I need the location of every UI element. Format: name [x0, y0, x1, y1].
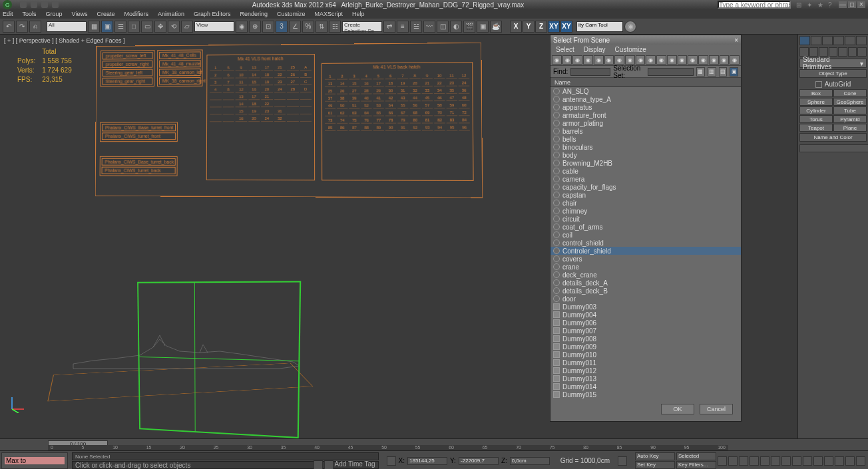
primitive-torus[interactable]: Torus	[799, 115, 833, 123]
help-search[interactable]	[718, 1, 791, 9]
modify-tab-icon[interactable]	[811, 36, 821, 45]
list-item[interactable]: covers	[550, 255, 741, 263]
qat-icon[interactable]	[20, 1, 27, 8]
timeline[interactable]: 0 / 100 05101520253035404550556065707580…	[0, 438, 868, 450]
render-frame-icon[interactable]: ▣	[477, 21, 489, 33]
setkey-button[interactable]: Set Key	[635, 461, 675, 469]
nav-icon[interactable]	[845, 456, 855, 466]
list-item[interactable]: apparatus	[550, 103, 741, 111]
menu-modifiers[interactable]: Modifiers	[124, 11, 148, 17]
window-crossing-icon[interactable]: ▭	[141, 21, 153, 33]
primitive-teapot[interactable]: Teapot	[799, 124, 833, 132]
menu-create[interactable]: Create	[97, 11, 114, 17]
list-item[interactable]: details_deck_B	[550, 287, 741, 295]
list-item[interactable]: crane	[550, 263, 741, 271]
select-icon[interactable]: ▣	[101, 21, 113, 33]
list-item[interactable]: binoculars	[550, 143, 741, 151]
scene-object-list[interactable]: AN_SLQantenna_type_Aapparatusarmature_fr…	[550, 87, 741, 400]
material-icon[interactable]: ◐	[450, 21, 462, 33]
menu-group[interactable]: Group	[46, 11, 63, 17]
axis-z[interactable]: Z	[535, 21, 547, 33]
list-item[interactable]: Dummy006	[550, 319, 741, 327]
list-item[interactable]: Controler_shield	[550, 247, 741, 255]
utilities-tab-icon[interactable]	[856, 36, 867, 45]
nav-icon[interactable]	[835, 456, 844, 466]
mirror-icon[interactable]: ⇄	[383, 21, 395, 33]
ok-button[interactable]: OK	[661, 404, 694, 414]
primitive-geosphere[interactable]: GeoSphere	[833, 98, 867, 106]
list-item[interactable]: capacity_for_flags	[550, 183, 741, 191]
nav-icon[interactable]	[813, 456, 823, 466]
percent-snap-icon[interactable]: %	[302, 21, 314, 33]
camera-dropdown[interactable]: ity Cam Tool	[576, 21, 623, 32]
axis-xy[interactable]: XY	[548, 21, 560, 33]
cancel-button[interactable]: Cancel	[700, 404, 733, 414]
goto-start-icon[interactable]	[718, 456, 727, 466]
select-name-icon[interactable]: ☰	[114, 21, 126, 33]
list-item[interactable]: Dummy003	[550, 303, 741, 311]
render-setup-icon[interactable]: 🎬	[463, 21, 475, 33]
list-item[interactable]: Dummy011	[550, 359, 741, 367]
filter-icon[interactable]: ◉	[604, 55, 614, 65]
nav-icon[interactable]	[856, 456, 865, 466]
dlg-menu-display[interactable]: Display	[584, 46, 606, 53]
nav-icon[interactable]	[781, 456, 791, 466]
key-icon[interactable]	[618, 456, 627, 466]
tool-icon[interactable]: ▤	[719, 67, 728, 77]
undo-icon[interactable]: ↶	[3, 21, 15, 33]
nav-icon[interactable]	[803, 456, 812, 466]
filter-icon[interactable]: ◉	[678, 55, 688, 65]
list-item[interactable]: Browning_M2HB	[550, 159, 741, 167]
create-tab-icon[interactable]	[799, 36, 810, 45]
menu-help[interactable]: Help	[352, 11, 365, 17]
list-item[interactable]: Dummy009	[550, 343, 741, 351]
menu-animation[interactable]: Animation	[158, 11, 184, 17]
display-tab-icon[interactable]	[845, 36, 855, 45]
object-name-input[interactable]	[799, 144, 868, 152]
qat-icon[interactable]	[31, 1, 37, 8]
link-icon[interactable]: ⎌	[29, 21, 41, 33]
autokey-button[interactable]: Auto Key	[635, 452, 675, 460]
menu-tools[interactable]: Tools	[23, 11, 37, 17]
filter-icon[interactable]: ◉	[646, 55, 656, 65]
icon[interactable]: ★	[817, 1, 824, 8]
keymode-dropdown[interactable]: Selected	[676, 452, 716, 460]
list-item[interactable]: armor_plating	[550, 119, 741, 127]
filter-icon[interactable]: ◉	[667, 55, 677, 65]
list-item[interactable]: AN_SLQ	[550, 87, 741, 95]
align-icon[interactable]: ≡	[397, 21, 409, 33]
cameras-icon[interactable]	[829, 47, 838, 57]
motion-tab-icon[interactable]	[833, 36, 844, 45]
list-item[interactable]: deck_crane	[550, 271, 741, 279]
shapes-icon[interactable]	[809, 47, 819, 57]
systems-icon[interactable]	[857, 47, 867, 57]
filter-icon[interactable]: ◉	[562, 55, 572, 65]
menu-rendering[interactable]: Rendering	[240, 11, 268, 17]
list-item[interactable]: Dummy015	[550, 391, 741, 398]
filter-icon[interactable]: ◉	[552, 55, 562, 65]
nav-icon[interactable]	[792, 456, 801, 466]
column-header[interactable]: Name	[550, 78, 741, 87]
named-sel-icon[interactable]: ☷	[329, 21, 341, 33]
next-frame-icon[interactable]	[750, 456, 759, 466]
layer-icon[interactable]: ☱	[410, 21, 422, 33]
icon[interactable]: ⊞	[796, 1, 803, 8]
filter-dropdown[interactable]: All	[47, 21, 87, 32]
filter-icon[interactable]: ◉	[636, 55, 646, 65]
list-item[interactable]: door	[550, 295, 741, 303]
list-item[interactable]: chimney	[550, 207, 741, 215]
filter-icon[interactable]: ◉	[656, 55, 666, 65]
filter-icon[interactable]: ◉	[625, 55, 635, 65]
qat-icon[interactable]	[41, 1, 48, 8]
filter-icon[interactable]: ◉	[583, 55, 593, 65]
manip-icon[interactable]: ⊕	[249, 21, 261, 33]
dlg-menu-select[interactable]: Select	[556, 46, 574, 53]
list-item[interactable]: barrels	[550, 127, 741, 135]
tool-icon[interactable]: ▦	[88, 21, 100, 33]
list-item[interactable]: armature_front	[550, 111, 741, 119]
geometry-icon[interactable]	[799, 47, 809, 57]
tool-icon[interactable]: ▦	[696, 67, 705, 77]
list-item[interactable]: Dummy004	[550, 311, 741, 319]
list-item[interactable]: coil	[550, 231, 741, 239]
category-dropdown[interactable]: Standard Primitives▾	[799, 59, 867, 68]
